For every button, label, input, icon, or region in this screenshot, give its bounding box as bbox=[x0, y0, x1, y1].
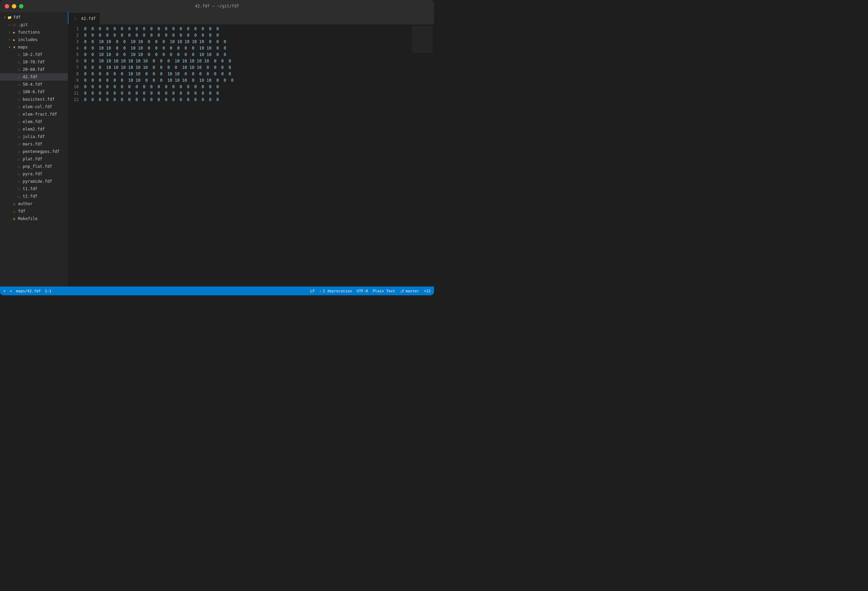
chevron-right-icon: › bbox=[7, 38, 12, 41]
branch-display[interactable]: ⎇ master bbox=[400, 289, 419, 293]
sidebar-item-label: fdf bbox=[18, 209, 25, 214]
sidebar-item-label: plat.fdf bbox=[23, 157, 42, 161]
sidebar-item-includes[interactable]: › ▶ includes bbox=[0, 36, 68, 43]
sidebar-item-label: functions bbox=[18, 30, 40, 35]
sidebar-item-maps[interactable]: ▾ ▼ maps bbox=[0, 43, 68, 51]
line-number: 12 bbox=[68, 97, 79, 103]
svg-rect-4 bbox=[414, 27, 415, 28]
tab-42-fdf[interactable]: ☐ 42.fdf bbox=[68, 12, 100, 24]
sidebar-item-basictest[interactable]: ☐ basictest.fdf bbox=[0, 96, 68, 103]
file-icon: ☐ bbox=[16, 52, 22, 57]
window-controls[interactable] bbox=[5, 4, 24, 9]
line-ending[interactable]: LF bbox=[310, 289, 314, 293]
sidebar-item-elem-col[interactable]: ☐ elem-col.fdf bbox=[0, 103, 68, 111]
tab-label: 42.fdf bbox=[81, 16, 96, 21]
editor[interactable]: 1 2 3 4 5 6 7 8 9 10 11 12 0 0 0 0 0 0 0… bbox=[68, 24, 434, 287]
sidebar-item-pyramide[interactable]: ☐ pyramide.fdf bbox=[0, 178, 68, 185]
close-file-button[interactable]: × bbox=[10, 289, 12, 293]
svg-rect-2 bbox=[414, 27, 415, 27]
chevron-right-icon: › bbox=[7, 23, 12, 27]
statusbar-left: + × maps/42.fdf 1:1 bbox=[3, 289, 52, 293]
sidebar-item-elem-fract[interactable]: ☐ elem-fract.fdf bbox=[0, 111, 68, 118]
sidebar-item-10-2[interactable]: ☐ 10-2.fdf bbox=[0, 51, 68, 58]
svg-rect-7 bbox=[413, 28, 414, 29]
sidebar-item-mars[interactable]: ☐ mars.fdf bbox=[0, 140, 68, 148]
sidebar-item-t1[interactable]: ☐ t1.fdf bbox=[0, 185, 68, 193]
filepath-label: maps/42.fdf bbox=[16, 289, 41, 293]
line-number: 11 bbox=[68, 90, 79, 97]
charset-display[interactable]: UTF-8 bbox=[357, 289, 368, 293]
plus-label: +12 bbox=[424, 289, 431, 293]
minimize-button[interactable] bbox=[12, 4, 16, 9]
language-mode[interactable]: Plain Text bbox=[373, 289, 395, 293]
sidebar-item-git[interactable]: › ⬡ .git bbox=[0, 21, 68, 28]
sidebar-item-elem2[interactable]: ☐ elem2.fdf bbox=[0, 126, 68, 133]
cursor-position[interactable]: 1:1 bbox=[45, 289, 52, 293]
sidebar-item-10-70[interactable]: ☐ 10-70.fdf bbox=[0, 58, 68, 66]
file-icon: ☐ bbox=[12, 201, 17, 207]
folder-icon: ▶ bbox=[12, 30, 17, 35]
file-tab-icon: ☐ bbox=[72, 16, 78, 21]
sidebar-item-functions[interactable]: › ▶ functions bbox=[0, 28, 68, 36]
sidebar-root-label: fdf bbox=[13, 15, 21, 20]
line-number: 6 bbox=[68, 58, 79, 64]
charset-label: UTF-8 bbox=[357, 289, 368, 293]
sidebar-item-label: 100-6.fdf bbox=[23, 90, 45, 94]
sidebar-item-plat[interactable]: ☐ plat.fdf bbox=[0, 155, 68, 163]
sidebar-item-100-6[interactable]: ☐ 100-6.fdf bbox=[0, 88, 68, 96]
plus-count[interactable]: +12 bbox=[424, 289, 431, 293]
sidebar-item-50-4[interactable]: ☐ 50-4.fdf bbox=[0, 81, 68, 88]
sidebar-root[interactable]: ▾ 📁 fdf bbox=[0, 13, 68, 21]
sidebar-item-label: elem2.fdf bbox=[23, 127, 45, 131]
sidebar-item-label: mars.fdf bbox=[23, 142, 42, 146]
sidebar-item-pyra[interactable]: ☐ pyra.fdf bbox=[0, 170, 68, 178]
maximize-button[interactable] bbox=[19, 4, 24, 9]
sidebar-item-label: pnp_flat.fdf bbox=[23, 164, 52, 169]
chevron-down-icon: ▾ bbox=[7, 46, 12, 49]
sidebar-item-author[interactable]: ☐ author bbox=[0, 200, 68, 207]
svg-rect-1 bbox=[413, 27, 414, 27]
sidebar-item-pnp-flat[interactable]: ☐ pnp_flat.fdf bbox=[0, 163, 68, 170]
file-icon: ☐ bbox=[16, 112, 22, 117]
sidebar-item-makefile[interactable]: ⚙ Makefile bbox=[0, 215, 68, 222]
binary-file-icon: ☐ bbox=[12, 208, 17, 214]
warning-label: 1 deprecation bbox=[323, 289, 352, 293]
sidebar-item-elem[interactable]: ☐ elem.fdf bbox=[0, 118, 68, 126]
sidebar-item-julia[interactable]: ☐ julia.fdf bbox=[0, 133, 68, 140]
sidebar-item-label: t2.fdf bbox=[23, 194, 37, 199]
add-button[interactable]: + bbox=[3, 289, 6, 293]
code-content[interactable]: 0 0 0 0 0 0 0 0 0 0 0 0 0 0 0 0 0 0 0 0 … bbox=[81, 24, 407, 287]
sidebar-item-20-60[interactable]: ☐ 20-60.fdf bbox=[0, 66, 68, 73]
svg-rect-9 bbox=[413, 29, 414, 30]
sidebar-item-pentenegpos[interactable]: ☐ pentenegpos.fdf bbox=[0, 148, 68, 155]
file-icon: ☐ bbox=[16, 82, 22, 87]
statusbar: + × maps/42.fdf 1:1 LF ⚠ 1 deprecation U… bbox=[0, 287, 434, 296]
sidebar-item-t2[interactable]: ☐ t2.fdf bbox=[0, 193, 68, 200]
window-title: 42.fdf — ~/git/fdf bbox=[195, 4, 239, 9]
makefile-icon: ⚙ bbox=[12, 216, 17, 222]
titlebar: 42.fdf — ~/git/fdf bbox=[0, 0, 434, 12]
line-numbers: 1 2 3 4 5 6 7 8 9 10 11 12 bbox=[68, 24, 81, 287]
branch-label: master bbox=[406, 289, 419, 293]
svg-rect-8 bbox=[414, 28, 416, 29]
file-icon: ☐ bbox=[16, 67, 22, 72]
filepath-display[interactable]: maps/42.fdf bbox=[16, 289, 41, 293]
line-number: 5 bbox=[68, 52, 79, 58]
file-icon: ☐ bbox=[16, 127, 22, 132]
language-label: Plain Text bbox=[373, 289, 395, 293]
main-layout: ▾ 📁 fdf › ⬡ .git › ▶ functions › ▶ inclu… bbox=[0, 12, 434, 287]
sidebar-item-label: julia.fdf bbox=[23, 134, 45, 139]
tab-bar: ☐ 42.fdf bbox=[68, 12, 434, 24]
file-icon: ☐ bbox=[16, 164, 22, 169]
position-label: 1:1 bbox=[45, 289, 52, 293]
line-number: 9 bbox=[68, 77, 79, 84]
line-number: 10 bbox=[68, 84, 79, 90]
sidebar-item-fdf[interactable]: ☐ fdf bbox=[0, 207, 68, 215]
sidebar-item-label: t1.fdf bbox=[23, 186, 37, 191]
close-button[interactable] bbox=[5, 4, 9, 9]
deprecation-warning[interactable]: ⚠ 1 deprecation bbox=[319, 289, 352, 293]
sidebar-item-42[interactable]: ☐ 42.fdf bbox=[0, 73, 68, 81]
branch-icon: ⎇ bbox=[400, 289, 404, 293]
sidebar: ▾ 📁 fdf › ⬡ .git › ▶ functions › ▶ inclu… bbox=[0, 12, 68, 287]
svg-rect-0 bbox=[412, 26, 433, 53]
